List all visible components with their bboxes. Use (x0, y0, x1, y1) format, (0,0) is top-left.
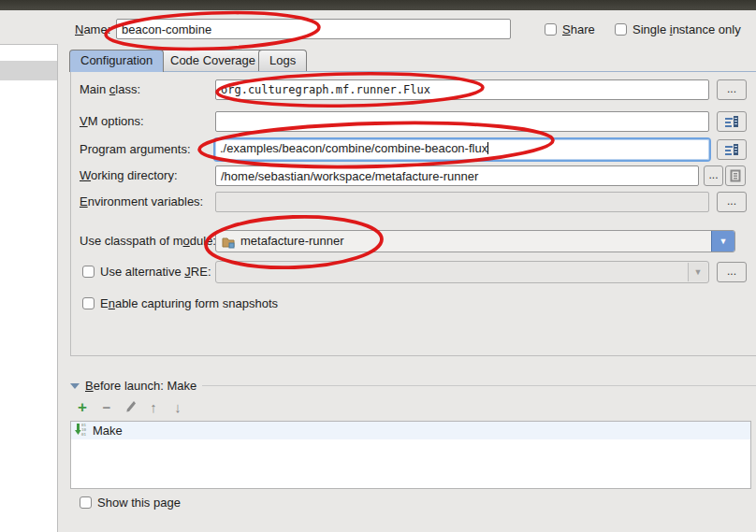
tree-selected-row[interactable] (0, 61, 57, 80)
single-instance-label: Single instance only (632, 22, 741, 36)
task-label: Make (93, 424, 123, 438)
move-down-button[interactable]: ↓ (168, 399, 187, 416)
minus-icon: − (103, 399, 111, 415)
plus-icon: + (78, 398, 87, 416)
run-config-tree-panel[interactable] (0, 44, 58, 532)
task-list-item[interactable]: 011001 Make (71, 422, 750, 439)
before-launch-header[interactable]: Before launch: Make (70, 379, 756, 393)
single-instance-checkbox[interactable] (615, 23, 627, 36)
name-input[interactable] (116, 19, 511, 39)
tab-logs[interactable]: Logs (258, 50, 307, 71)
tab-code-coverage[interactable]: Code Coverage (159, 50, 267, 71)
pencil-icon (125, 399, 137, 415)
show-this-page-label: Show this page (97, 496, 181, 510)
tab-configuration[interactable]: Configuration (69, 50, 164, 72)
collapse-triangle-icon[interactable] (70, 383, 80, 389)
move-up-button[interactable]: ↑ (144, 399, 163, 416)
remove-task-button[interactable]: − (97, 399, 116, 416)
arrow-up-icon: ↑ (150, 399, 157, 415)
configuration-tab-panel (70, 71, 756, 356)
show-this-page-checkbox[interactable] (80, 496, 92, 509)
window-top-bar (0, 0, 756, 10)
add-task-button[interactable]: + (73, 399, 92, 416)
share-checkbox[interactable] (545, 23, 557, 36)
share-label: Share (562, 22, 595, 36)
make-task-icon: 011001 (74, 423, 88, 439)
name-label: Name: (75, 22, 110, 36)
svg-text:01: 01 (81, 431, 87, 436)
arrow-down-icon: ↓ (174, 399, 182, 415)
edit-task-button[interactable] (122, 399, 140, 416)
before-launch-title: Before launch: Make (85, 379, 196, 393)
section-divider (202, 385, 756, 386)
before-launch-task-list[interactable]: 011001 Make (70, 421, 751, 489)
